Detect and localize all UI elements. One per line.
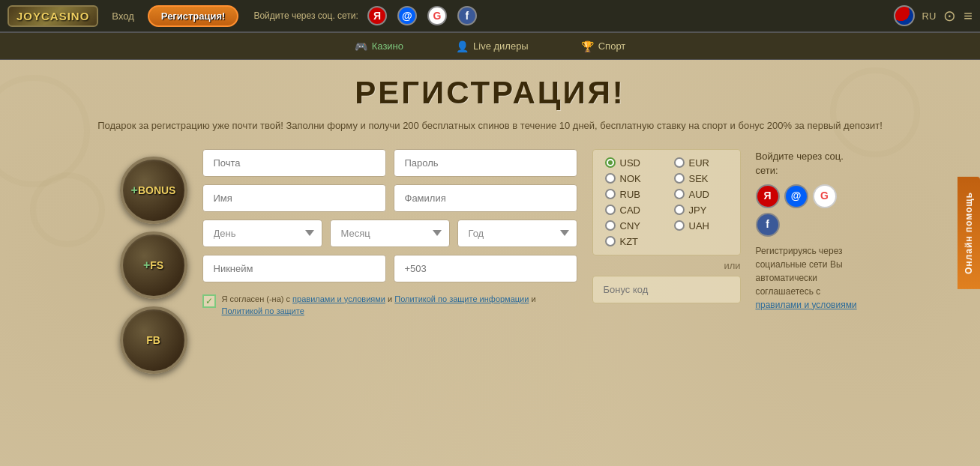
bonus-badge[interactable]: +BONUS bbox=[120, 157, 187, 224]
nav-sport-label: Спорт bbox=[598, 40, 626, 52]
right-social-panel: Войдите через соц. сети: Я @ G f Регистр… bbox=[756, 149, 861, 312]
policy-link[interactable]: Политикой по защите bbox=[222, 306, 304, 315]
agree-row: ✓ Я согласен (-на) с правилами и условия… bbox=[202, 293, 577, 318]
language-flag[interactable] bbox=[894, 5, 915, 26]
logo[interactable]: JOYCASINO bbox=[7, 5, 98, 27]
radio-rub[interactable] bbox=[605, 189, 616, 199]
currency-jpy[interactable]: JPY bbox=[674, 205, 728, 216]
privacy-link[interactable]: Политикой по защите информации bbox=[394, 294, 529, 303]
radio-cny[interactable] bbox=[605, 220, 616, 231]
currency-eur[interactable]: EUR bbox=[674, 157, 728, 169]
menu-icon[interactable]: ≡ bbox=[964, 7, 973, 25]
radio-sek[interactable] bbox=[674, 173, 685, 184]
facebook-login-btn[interactable]: f bbox=[756, 213, 780, 237]
currency-nok[interactable]: NOK bbox=[605, 173, 659, 184]
radio-usd[interactable] bbox=[605, 157, 616, 168]
currency-cny[interactable]: CNY bbox=[605, 220, 659, 232]
user-icon[interactable]: ⊙ bbox=[943, 7, 956, 25]
currency-kzt[interactable]: KZT bbox=[605, 236, 659, 247]
nav-right: RU ⊙ ≡ bbox=[894, 5, 973, 26]
form-row-nickname-phone bbox=[202, 255, 577, 282]
fb-badge[interactable]: FB bbox=[120, 306, 187, 374]
form-row-name bbox=[202, 184, 577, 212]
google-social-icon[interactable]: G bbox=[427, 6, 447, 25]
or-divider: или bbox=[592, 255, 741, 276]
currency-uah-label: UAH bbox=[689, 220, 709, 232]
check-mark: ✓ bbox=[205, 296, 213, 306]
radio-eur[interactable] bbox=[674, 157, 685, 168]
live-icon: 👤 bbox=[456, 40, 469, 52]
currency-jpy-label: JPY bbox=[689, 205, 707, 216]
lastname-field[interactable] bbox=[394, 184, 577, 212]
sport-icon: 🏆 bbox=[581, 40, 594, 52]
email-field[interactable] bbox=[202, 149, 386, 177]
currency-rub-label: RUB bbox=[620, 189, 640, 200]
nav-live-label: Live дилеры bbox=[473, 40, 529, 52]
bonus-badge-label: +BONUS bbox=[131, 184, 176, 197]
currency-rub[interactable]: RUB bbox=[605, 189, 659, 200]
form-row-dob: День Месяц Год bbox=[202, 220, 577, 247]
day-select[interactable]: День bbox=[202, 220, 322, 247]
fs-badge[interactable]: +FS bbox=[120, 232, 187, 299]
currency-uah[interactable]: UAH bbox=[674, 220, 728, 232]
agree-checkbox[interactable]: ✓ bbox=[202, 294, 216, 308]
fs-badge-label: +FS bbox=[143, 258, 163, 272]
left-badges: +BONUS +FS FB bbox=[120, 157, 187, 374]
firstname-field[interactable] bbox=[202, 184, 386, 212]
social-label: Войдите через соц. сети: bbox=[253, 10, 358, 21]
nav-live-dealers[interactable]: 👤 Live дилеры bbox=[448, 40, 536, 52]
currency-kzt-label: KZT bbox=[620, 236, 639, 247]
register-button[interactable]: Регистрация! bbox=[148, 5, 239, 27]
radio-uah[interactable] bbox=[674, 220, 685, 231]
yandex-login-btn[interactable]: Я bbox=[756, 184, 780, 208]
currency-cad-label: CAD bbox=[620, 205, 640, 216]
radio-cad[interactable] bbox=[605, 205, 616, 215]
currency-sek[interactable]: SEK bbox=[674, 173, 728, 184]
currency-sek-label: SEK bbox=[689, 173, 709, 184]
currency-aud[interactable]: AUD bbox=[674, 189, 728, 200]
yandex-social-icon[interactable]: Я bbox=[367, 6, 387, 25]
terms-note: Регистрируясь через социальные сети Вы а… bbox=[756, 244, 861, 298]
nav-sport[interactable]: 🏆 Спорт bbox=[574, 40, 634, 52]
google-login-btn[interactable]: G bbox=[813, 184, 837, 208]
radio-aud[interactable] bbox=[674, 189, 685, 199]
terms-link-right[interactable]: правилами и условиями bbox=[756, 300, 857, 310]
language-label: RU bbox=[922, 10, 937, 22]
radio-jpy[interactable] bbox=[674, 205, 685, 215]
currency-cad[interactable]: CAD bbox=[605, 205, 659, 216]
currency-aud-label: AUD bbox=[689, 189, 709, 200]
online-help-tab[interactable]: Онлайн помощь bbox=[958, 177, 980, 289]
gear-decoration-right-top bbox=[830, 67, 920, 157]
currency-eur-label: EUR bbox=[689, 157, 709, 169]
casino-icon: 🎮 bbox=[355, 40, 367, 52]
radio-nok[interactable] bbox=[605, 173, 616, 184]
main-content: РЕГИСТРАЦИЯ! Подарок за регистрацию уже … bbox=[0, 60, 980, 466]
form-row-credentials bbox=[202, 149, 577, 177]
currency-social-panel: USD EUR NOK SEK RUB bbox=[592, 149, 741, 303]
mail-social-icon[interactable]: @ bbox=[397, 6, 417, 25]
secondary-navigation: 🎮 Казино 👤 Live дилеры 🏆 Спорт bbox=[0, 33, 980, 60]
top-navigation: JOYCASINO Вход Регистрация! Войдите чере… bbox=[0, 0, 980, 33]
year-select[interactable]: Год bbox=[457, 220, 577, 247]
login-button[interactable]: Вход bbox=[106, 7, 139, 25]
nav-casino[interactable]: 🎮 Казино bbox=[347, 40, 411, 52]
facebook-social-icon[interactable]: f bbox=[457, 6, 477, 25]
right-social-title: Войдите через соц. сети: bbox=[756, 149, 861, 178]
mail-login-btn[interactable]: @ bbox=[784, 184, 808, 208]
right-social-icons: Я @ G f bbox=[756, 184, 861, 237]
form-area: +BONUS +FS FB bbox=[0, 149, 980, 374]
phone-field[interactable] bbox=[394, 255, 577, 282]
password-field[interactable] bbox=[394, 149, 577, 177]
currency-cny-label: CNY bbox=[620, 220, 640, 232]
agree-text: Я согласен (-на) с правилами и условиями… bbox=[222, 293, 577, 318]
registration-form: День Месяц Год ✓ Я согласен (-на) с bbox=[202, 149, 577, 318]
radio-kzt[interactable] bbox=[605, 236, 616, 246]
bonus-code-field[interactable] bbox=[592, 276, 741, 303]
currency-panel: USD EUR NOK SEK RUB bbox=[592, 149, 741, 255]
month-select[interactable]: Месяц bbox=[330, 220, 450, 247]
terms-link-1[interactable]: правилами и условиями bbox=[292, 294, 385, 303]
currency-nok-label: NOK bbox=[620, 173, 641, 184]
currency-usd[interactable]: USD bbox=[605, 157, 659, 169]
nickname-field[interactable] bbox=[202, 255, 386, 282]
nav-casino-label: Казино bbox=[372, 40, 403, 52]
